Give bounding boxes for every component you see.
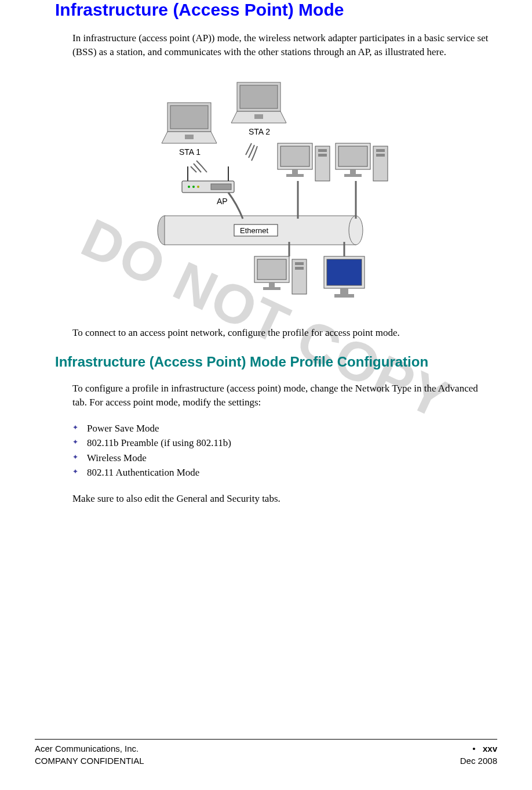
list-item: Wireless Mode — [72, 451, 497, 466]
footer-page-marker: • — [472, 744, 475, 753]
svg-point-10 — [192, 186, 195, 188]
svg-point-11 — [197, 186, 199, 188]
svg-rect-34 — [263, 287, 280, 290]
list-item: 802.11b Preamble (if using 802.11b) — [72, 436, 497, 451]
intro-paragraph: In infrastructure (access point (AP)) mo… — [35, 31, 497, 59]
svg-rect-27 — [344, 174, 362, 177]
svg-rect-19 — [292, 169, 298, 174]
closing-paragraph: Make sure to also edit the General and S… — [35, 492, 497, 506]
svg-rect-26 — [350, 169, 356, 174]
svg-rect-32 — [257, 259, 286, 280]
svg-rect-23 — [318, 154, 327, 157]
svg-rect-37 — [295, 267, 304, 270]
svg-rect-39 — [327, 259, 362, 285]
connect-paragraph: To connect to an access point network, c… — [35, 326, 497, 340]
configure-paragraph: To configure a profile in infrastructure… — [35, 382, 497, 410]
footer-page-number: xxv — [483, 744, 497, 753]
footer-confidential: COMPANY CONFIDENTIAL — [35, 755, 144, 767]
svg-rect-36 — [295, 262, 304, 265]
infrastructure-diagram-svg: STA 1 STA 2 — [139, 77, 393, 303]
network-diagram: STA 1 STA 2 — [35, 77, 497, 303]
svg-point-9 — [188, 186, 190, 188]
svg-rect-33 — [269, 282, 275, 287]
page-title: Infrastructure (Access Point) Mode — [35, 0, 497, 20]
svg-rect-30 — [376, 154, 385, 157]
svg-rect-4 — [240, 85, 278, 108]
sta2-label: STA 2 — [249, 127, 270, 136]
footer-date: Dec 2008 — [460, 755, 497, 767]
svg-rect-2 — [185, 135, 194, 139]
svg-rect-22 — [318, 149, 327, 152]
section-heading: Infrastructure (Access Point) Mode Profi… — [35, 354, 497, 370]
svg-rect-25 — [338, 146, 367, 166]
svg-rect-12 — [211, 184, 231, 190]
settings-list: Power Save Mode 802.11b Preamble (if usi… — [35, 421, 497, 480]
list-item: Power Save Mode — [72, 421, 497, 436]
ethernet-label: Ethernet — [240, 226, 269, 235]
footer-company: Acer Communications, Inc. — [35, 742, 139, 755]
svg-rect-29 — [376, 149, 385, 152]
svg-rect-1 — [170, 106, 208, 129]
svg-rect-5 — [254, 114, 263, 119]
svg-rect-40 — [340, 288, 348, 294]
svg-rect-41 — [334, 294, 354, 298]
svg-rect-20 — [286, 174, 304, 177]
list-item: 802.11 Authentication Mode — [72, 465, 497, 480]
svg-point-15 — [349, 216, 363, 245]
ap-label: AP — [217, 197, 228, 206]
sta1-label: STA 1 — [179, 147, 201, 157]
svg-rect-18 — [280, 146, 309, 166]
page-footer: Acer Communications, Inc. • xxv COMPANY … — [35, 739, 497, 767]
